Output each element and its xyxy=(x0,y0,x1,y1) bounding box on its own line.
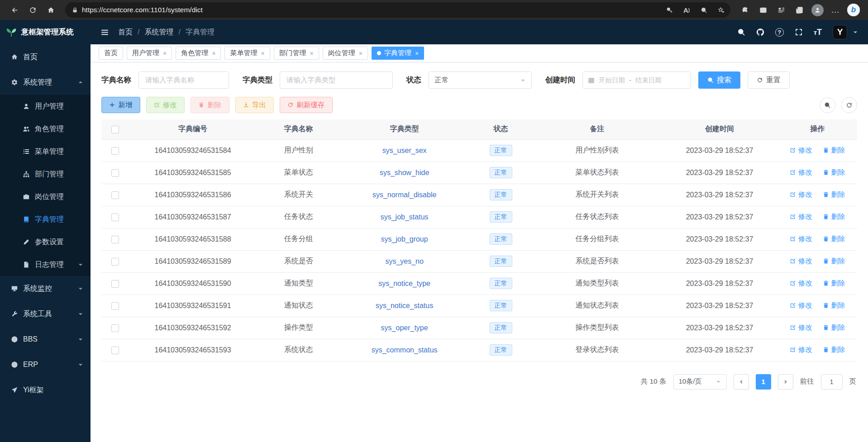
tab-role[interactable]: 角色管理 × xyxy=(176,47,221,60)
row-edit-button[interactable]: 修改 xyxy=(790,345,812,355)
dict-type-link[interactable]: sys_common_status xyxy=(372,346,438,354)
prev-page-button[interactable] xyxy=(734,374,749,390)
sidebar-item-tool[interactable]: 系统工具 xyxy=(0,301,91,327)
status-select[interactable]: 正常 xyxy=(429,71,532,89)
row-delete-button[interactable]: 删除 xyxy=(823,323,845,333)
dict-type-link[interactable]: sys_show_hide xyxy=(380,169,429,176)
help-icon[interactable]: ? xyxy=(775,28,784,37)
refresh-button[interactable] xyxy=(24,2,41,18)
close-icon[interactable]: × xyxy=(415,50,419,57)
tab-menu[interactable]: 菜单管理 × xyxy=(224,47,270,60)
row-checkbox[interactable] xyxy=(111,236,119,243)
dict-type-link[interactable]: sys_notice_type xyxy=(378,280,430,287)
extensions-icon[interactable] xyxy=(737,2,753,18)
close-icon[interactable]: × xyxy=(359,50,362,57)
row-delete-button[interactable]: 删除 xyxy=(823,190,845,200)
sidebar-subitem-user[interactable]: 用户管理 xyxy=(0,95,91,118)
favorites-bar-icon[interactable] xyxy=(773,2,789,18)
breadcrumb-home[interactable]: 首页 xyxy=(118,28,133,37)
goto-page-input[interactable] xyxy=(821,374,843,390)
split-screen-icon[interactable] xyxy=(755,2,771,18)
row-edit-button[interactable]: 修改 xyxy=(790,323,812,333)
close-icon[interactable]: × xyxy=(261,50,264,57)
address-bar[interactable]: https://ccnetcore.com:1101/system/dict A… xyxy=(65,2,730,18)
close-icon[interactable]: × xyxy=(163,50,167,57)
dict-type-link[interactable]: sys_job_group xyxy=(381,235,428,243)
refresh-cache-button[interactable]: 刷新缓存 xyxy=(280,97,333,113)
font-size-icon[interactable]: тT xyxy=(814,28,822,37)
select-all-checkbox[interactable] xyxy=(111,126,119,133)
row-edit-button[interactable]: 修改 xyxy=(790,168,812,177)
row-delete-button[interactable]: 删除 xyxy=(823,301,845,310)
export-button[interactable]: 导出 xyxy=(235,97,274,113)
dict-type-link[interactable]: sys_notice_status xyxy=(376,302,433,309)
dict-type-link[interactable]: sys_job_status xyxy=(381,213,429,221)
row-edit-button[interactable]: 修改 xyxy=(790,301,812,310)
dict-type-link[interactable]: sys_user_sex xyxy=(382,147,427,154)
row-checkbox[interactable] xyxy=(111,191,119,199)
sidebar-subitem-dict[interactable]: 字典管理 xyxy=(0,208,91,231)
dict-name-input[interactable] xyxy=(138,71,229,89)
edit-button[interactable]: 修改 xyxy=(146,97,185,113)
page-1-button[interactable]: 1 xyxy=(756,374,771,390)
row-edit-button[interactable]: 修改 xyxy=(790,190,812,200)
add-favorite-icon[interactable] xyxy=(714,3,728,17)
refresh-table-button[interactable] xyxy=(841,97,857,113)
row-checkbox[interactable] xyxy=(111,147,119,155)
sidebar-item-system[interactable]: 系统管理 xyxy=(0,70,91,95)
row-edit-button[interactable]: 修改 xyxy=(790,146,812,155)
row-delete-button[interactable]: 删除 xyxy=(823,212,845,222)
row-checkbox[interactable] xyxy=(111,302,119,310)
row-checkbox[interactable] xyxy=(111,324,119,332)
sidebar-item-erp[interactable]: ERP xyxy=(0,352,91,377)
row-checkbox[interactable] xyxy=(111,258,119,266)
user-avatar[interactable]: Y xyxy=(833,25,847,39)
home-button[interactable] xyxy=(43,2,59,18)
sidebar-item-bbs[interactable]: BBS xyxy=(0,327,91,352)
date-range-picker[interactable]: 开始日期 - 结束日期 xyxy=(582,71,691,89)
bing-chat-button[interactable]: b xyxy=(845,2,862,18)
tab-dict[interactable]: 字典管理 × xyxy=(372,47,424,60)
header-search-icon[interactable] xyxy=(737,28,745,36)
row-delete-button[interactable]: 删除 xyxy=(823,345,845,355)
add-button[interactable]: 新增 xyxy=(101,97,140,113)
browser-menu-button[interactable]: … xyxy=(827,2,844,18)
tab-home[interactable]: 首页 xyxy=(99,47,123,60)
url-text[interactable]: https://ccnetcore.com:1101/system/dict xyxy=(82,6,659,14)
dict-type-input[interactable] xyxy=(280,71,393,89)
sidebar-subitem-log[interactable]: 日志管理 xyxy=(0,253,91,276)
tab-post[interactable]: 岗位管理 × xyxy=(323,47,368,60)
profile-button[interactable] xyxy=(809,2,825,18)
row-edit-button[interactable]: 修改 xyxy=(790,234,812,244)
collections-icon[interactable] xyxy=(791,2,807,18)
github-icon[interactable] xyxy=(756,28,764,36)
sidebar-subitem-role[interactable]: 角色管理 xyxy=(0,118,91,140)
dict-type-link[interactable]: sys_oper_type xyxy=(381,324,428,332)
row-edit-button[interactable]: 修改 xyxy=(790,212,812,222)
zoom-out-icon[interactable] xyxy=(697,3,711,17)
delete-button[interactable]: 删除 xyxy=(191,97,229,113)
row-checkbox[interactable] xyxy=(111,280,119,288)
fullscreen-icon[interactable] xyxy=(795,28,803,36)
sidebar-item-monitor[interactable]: 系统监控 xyxy=(0,276,91,301)
close-icon[interactable]: × xyxy=(310,50,314,57)
back-button[interactable] xyxy=(6,2,23,18)
row-delete-button[interactable]: 删除 xyxy=(823,234,845,244)
row-edit-button[interactable]: 修改 xyxy=(790,257,812,266)
row-checkbox[interactable] xyxy=(111,214,119,221)
sidebar-item-yi[interactable]: Yi框架 xyxy=(0,377,91,403)
breadcrumb-system[interactable]: 系统管理 xyxy=(144,28,173,37)
tab-dept[interactable]: 部门管理 × xyxy=(274,47,319,60)
row-checkbox[interactable] xyxy=(111,347,119,354)
dict-type-link[interactable]: sys_yes_no xyxy=(385,257,424,265)
hamburger-icon[interactable] xyxy=(100,28,109,37)
user-menu-caret-icon[interactable] xyxy=(853,29,858,35)
reset-button[interactable]: 重置 xyxy=(748,71,790,89)
sidebar-item-home[interactable]: 首页 xyxy=(0,44,91,70)
page-size-select[interactable]: 10条/页 xyxy=(673,374,727,390)
row-delete-button[interactable]: 删除 xyxy=(823,257,845,266)
read-aloud-icon[interactable]: A) xyxy=(680,3,693,17)
row-edit-button[interactable]: 修改 xyxy=(790,279,812,288)
sidebar-subitem-post[interactable]: 岗位管理 xyxy=(0,185,91,208)
sidebar-subitem-dept[interactable]: 部门管理 xyxy=(0,163,91,185)
